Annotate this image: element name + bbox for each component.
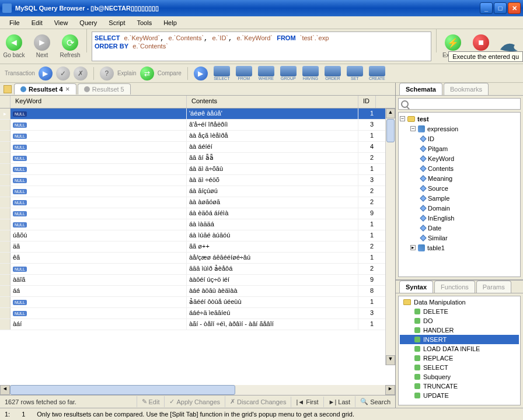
tab-params[interactable]: Params [476, 281, 511, 293]
table-row[interactable]: NULLảāééí ôòùå úéeùù1 [0, 297, 395, 308]
tree-column[interactable]: Contents [400, 163, 519, 173]
syntax-item[interactable]: TRUNCATE [400, 382, 519, 391]
transaction-commit-button[interactable]: ✓ [56, 66, 70, 80]
table-row[interactable]: NULLâ'å÷éí îñåëðíì3 [0, 120, 395, 131]
table-row[interactable]: NULLāā āí ǟǟ2 [0, 153, 395, 164]
query-group-button[interactable]: GROUP [278, 66, 299, 80]
syntax-item[interactable]: LOAD DATA INFILE [400, 344, 519, 354]
cell-keyword[interactable]: NULL [11, 308, 187, 318]
cell-contents[interactable]: â'å÷éí îñåëðíì [187, 120, 358, 130]
menu-help[interactable]: Help [158, 18, 183, 28]
cell-id[interactable]: 2 [358, 264, 376, 274]
syntax-item[interactable]: DO [400, 316, 519, 326]
cell-id[interactable]: 1 [358, 108, 376, 119]
tab-resultset-4[interactable]: Resultset 4✕ [14, 83, 76, 94]
vertical-scrollbar[interactable]: ▲ ▼ [385, 108, 395, 365]
cell-id[interactable]: 1 [358, 230, 376, 241]
table-row[interactable]: NULLāāā ìùìð ảèåôá2 [0, 264, 395, 275]
cell-id[interactable]: 8 [358, 286, 376, 296]
tree-column[interactable]: InEnglish [400, 213, 519, 223]
cell-id[interactable]: 3 [358, 308, 376, 318]
next-button[interactable]: ►Next [28, 29, 56, 64]
cell-keyword[interactable]: NULL [11, 142, 187, 152]
scroll-right-icon[interactable]: ► [385, 385, 395, 395]
table-row[interactable]: NULLáà äì ä÷õāù1 [0, 164, 395, 175]
tree-column[interactable]: KeyWord [400, 153, 519, 163]
cell-keyword[interactable]: NULL [11, 175, 187, 186]
cell-id[interactable]: 4 [358, 142, 376, 152]
cell-contents[interactable]: ááé÷ä ìeāāíeú [187, 308, 358, 318]
tree-db[interactable]: −test [400, 114, 519, 124]
cell-contents[interactable]: àà åçã ìèåìðå [187, 131, 358, 141]
syntax-item[interactable]: HANDLER [400, 326, 519, 335]
table-row[interactable]: NULLàà åçã ìèåìðå1 [0, 131, 395, 142]
cell-id[interactable]: 1 [358, 319, 376, 330]
cell-id[interactable]: 2 [358, 153, 376, 163]
col-header-contents[interactable]: Contents [187, 96, 358, 108]
cell-keyword[interactable]: NULL [11, 197, 187, 208]
cell-contents[interactable]: áà èäôá áíéìà [187, 208, 358, 219]
cell-keyword[interactable]: NULL [11, 297, 187, 307]
tree-table[interactable]: ▸table1 [400, 243, 519, 253]
menu-edit[interactable]: Edit [26, 18, 48, 28]
cell-contents[interactable]: ảāééí ôòùå úéeùù [187, 297, 358, 307]
expand-icon[interactable]: ▸ [410, 245, 416, 250]
scroll-up-icon[interactable]: ▲ [386, 108, 395, 118]
minimize-button[interactable]: _ [480, 2, 493, 14]
transaction-rollback-button[interactable]: ✗ [74, 66, 88, 80]
tree-column[interactable]: Meaning [400, 173, 519, 183]
tree-column[interactable]: ID [400, 134, 519, 144]
cell-contents[interactable]: ààōéí úç÷ö iéí [187, 275, 358, 285]
syntax-item[interactable]: Subquery [400, 372, 519, 382]
cell-contents[interactable]: āāā ìùìð ảèåôá [187, 264, 358, 274]
cell-keyword[interactable]: àáí [11, 319, 187, 330]
cell-keyword[interactable]: úåõú [11, 230, 187, 241]
search-button[interactable]: 🔍 Search [355, 396, 395, 407]
table-row[interactable]: äããã ø++2 [0, 242, 395, 253]
query-order-button[interactable]: ORDER [322, 66, 343, 80]
syntax-item[interactable]: UPDATE [400, 391, 519, 400]
col-header-keyword[interactable]: KeyWord [11, 96, 187, 108]
cell-keyword[interactable]: NULL [11, 131, 187, 141]
cell-contents[interactable]: áà āíçúøú [187, 186, 358, 197]
cell-contents[interactable]: āā āí ǟǟ [187, 153, 358, 163]
sql-editor[interactable]: SELECT e.`KeyWord`, e.`Contents`, e.`ID`… [92, 32, 431, 61]
col-header-id[interactable]: ID [358, 96, 376, 108]
table-row[interactable]: NULLáà āíçúøú2 [0, 186, 395, 197]
query-create-button[interactable]: CREATE [367, 66, 388, 80]
cell-id[interactable]: 1 [358, 297, 376, 307]
cell-contents[interactable]: àà áéíéí [187, 142, 358, 152]
discard-button[interactable]: ✗ Discard Changes [225, 396, 291, 407]
edit-button[interactable]: ✎ Edit [137, 396, 165, 407]
expand-icon[interactable]: − [400, 116, 405, 121]
scroll-left-icon[interactable]: ◄ [0, 385, 10, 395]
tab-functions[interactable]: Functions [434, 281, 475, 293]
table-row[interactable]: NULLàà äì ÷éöõ3 [0, 175, 395, 186]
cell-keyword[interactable]: NULL [11, 164, 187, 174]
cell-id[interactable]: 9 [358, 275, 376, 285]
cell-contents[interactable]: 'áéøê àåúå' [187, 108, 358, 119]
cell-id[interactable]: 2 [358, 186, 376, 197]
query-history-button[interactable]: ▶ [194, 66, 208, 80]
cell-id[interactable]: 9 [358, 208, 376, 219]
cell-id[interactable]: 1 [358, 164, 376, 174]
apply-button[interactable]: ✓ Apply Changes [164, 396, 225, 407]
table-row[interactable]: NULLàà áéíéí4 [0, 142, 395, 153]
table-row[interactable]: úåõúáà ìúāé àúāóú1 [0, 230, 395, 242]
scroll-down-icon[interactable]: ▼ [386, 355, 395, 365]
cell-contents[interactable]: áà ìúāé àúāóú [187, 230, 358, 241]
explain-button[interactable]: ? [100, 66, 114, 80]
table-row[interactable]: NULLáà ìàääá1 [0, 219, 395, 230]
menu-script[interactable]: Script [103, 18, 131, 28]
cell-contents[interactable]: àáé àöāù àèäìàà [187, 286, 358, 296]
horizontal-scrollbar[interactable]: ◄ ► [0, 385, 395, 395]
query-from-button[interactable]: FROM [233, 66, 254, 80]
close-tab-icon[interactable]: ✕ [65, 86, 70, 92]
cell-id[interactable]: 2 [358, 242, 376, 252]
expand-icon[interactable]: − [410, 126, 416, 131]
tree-column[interactable]: Source [400, 183, 519, 193]
cell-contents[interactable]: ãã ø++ [187, 242, 358, 252]
cell-keyword[interactable]: NULL [11, 219, 187, 230]
menu-tools[interactable]: Tools [131, 18, 158, 28]
tab-syntax[interactable]: Syntax [399, 281, 433, 293]
